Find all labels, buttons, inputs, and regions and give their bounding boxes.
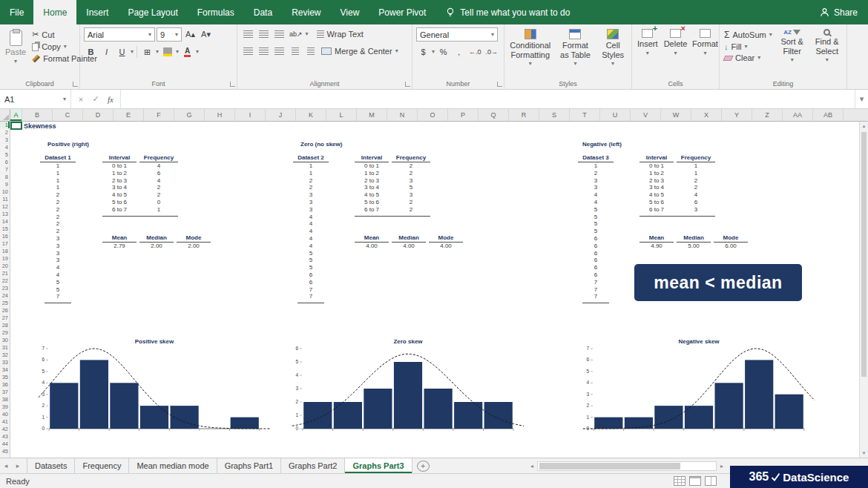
row-header-15[interactable]: 15 <box>0 225 10 233</box>
row-header-5[interactable]: 5 <box>0 151 10 159</box>
sheet-nav-left-button[interactable]: ◂ <box>0 458 12 473</box>
sheet-tab-graphs-part3[interactable]: Graphs Part3 <box>345 458 412 473</box>
select-all-button[interactable] <box>0 109 10 121</box>
italic-button[interactable]: I <box>99 45 114 59</box>
column-header-e[interactable]: E <box>114 109 144 121</box>
row-header-6[interactable]: 6 <box>0 159 10 166</box>
formula-input[interactable] <box>121 90 855 108</box>
bold-button[interactable]: B <box>84 45 98 59</box>
row-header-1[interactable]: 1 <box>0 122 10 129</box>
borders-button[interactable]: ⊞ <box>140 45 154 59</box>
share-button[interactable]: Share <box>809 0 868 24</box>
fill-color-button[interactable] <box>160 45 174 59</box>
grid-canvas[interactable]: SkewnessPositive (right)Dataset 11111222… <box>10 122 859 458</box>
row-header-29[interactable]: 29 <box>0 329 10 337</box>
row-header-14[interactable]: 14 <box>0 218 10 225</box>
delete-cells-button[interactable]: × Delete ▾ <box>663 27 688 77</box>
row-header-19[interactable]: 19 <box>0 255 10 263</box>
fill-button[interactable]: ↓Fill▾ <box>723 42 773 51</box>
align-middle-button[interactable] <box>257 27 271 41</box>
increase-font-size-button[interactable]: A▴ <box>183 28 197 42</box>
insert-function-button[interactable]: fx <box>104 95 117 104</box>
scroll-down-button[interactable]: ▾ <box>860 449 868 458</box>
row-header-34[interactable]: 34 <box>0 366 10 374</box>
hscroll-left-button[interactable]: ◂ <box>527 463 537 469</box>
row-header-38[interactable]: 38 <box>0 396 10 403</box>
row-header-26[interactable]: 26 <box>0 307 10 314</box>
insert-cells-button[interactable]: + Insert ▾ <box>636 27 660 77</box>
row-header-13[interactable]: 13 <box>0 211 10 218</box>
align-top-button[interactable] <box>241 27 255 41</box>
sort-filter-button[interactable]: AZ Sort & Filter ▾ <box>777 27 808 77</box>
cell-styles-button[interactable]: Cell Styles ▾ <box>598 27 628 77</box>
ribbon-tab-power-pivot[interactable]: Power Pivot <box>369 0 435 24</box>
decrease-decimal-button[interactable]: .0→ <box>484 45 500 59</box>
row-header-41[interactable]: 41 <box>0 418 10 426</box>
row-header-35[interactable]: 35 <box>0 374 10 381</box>
font-size-select[interactable]: 9▾ <box>157 27 182 42</box>
row-header-40[interactable]: 40 <box>0 411 10 418</box>
merge-center-button[interactable]: Merge & Center▾ <box>320 47 399 56</box>
comma-style-button[interactable]: , <box>452 45 466 59</box>
column-header-s[interactable]: S <box>539 109 570 121</box>
column-header-c[interactable]: C <box>53 109 83 121</box>
column-header-z[interactable]: Z <box>752 109 783 121</box>
cancel-button[interactable]: × <box>74 95 88 104</box>
format-cells-button[interactable]: Format ▾ <box>692 27 719 77</box>
row-header-3[interactable]: 3 <box>0 136 10 144</box>
column-header-x[interactable]: X <box>691 109 722 121</box>
decrease-indent-button[interactable] <box>288 44 302 58</box>
enter-button[interactable]: ✓ <box>89 94 102 104</box>
ribbon-tab-data[interactable]: Data <box>244 0 282 24</box>
column-header-q[interactable]: Q <box>479 109 509 121</box>
ribbon-tab-home[interactable]: Home <box>33 0 76 24</box>
row-header-23[interactable]: 23 <box>0 285 10 292</box>
sheet-tab-graphs-part1[interactable]: Graphs Part1 <box>217 458 281 473</box>
sheet-tab-frequency[interactable]: Frequency <box>75 458 129 473</box>
row-header-9[interactable]: 9 <box>0 181 10 188</box>
sheet-tab-mean-median-mode[interactable]: Mean median mode <box>129 458 217 473</box>
ribbon-tab-file[interactable]: File <box>0 0 33 24</box>
row-header-42[interactable]: 42 <box>0 426 10 433</box>
ribbon-tab-formulas[interactable]: Formulas <box>188 0 244 24</box>
hscroll-track[interactable] <box>537 461 717 471</box>
format-as-table-button[interactable]: Format as Table ▾ <box>556 27 595 77</box>
row-header-24[interactable]: 24 <box>0 292 10 300</box>
row-header-8[interactable]: 8 <box>0 174 10 181</box>
paste-button[interactable]: Paste ▾ <box>4 27 27 77</box>
font-color-button[interactable]: A <box>180 45 194 59</box>
row-header-30[interactable]: 30 <box>0 337 10 344</box>
row-header-4[interactable]: 4 <box>0 144 10 151</box>
column-header-h[interactable]: H <box>205 109 235 121</box>
formula-bar-expand-button[interactable]: ▾ <box>855 90 868 108</box>
tell-me-search[interactable]: Tell me what you want to do <box>446 0 570 24</box>
row-header-22[interactable]: 22 <box>0 277 10 285</box>
row-header-43[interactable]: 43 <box>0 433 10 441</box>
sheet-nav-right-button[interactable]: ▸ <box>12 458 24 473</box>
row-header-33[interactable]: 33 <box>0 359 10 366</box>
ribbon-tab-review[interactable]: Review <box>282 0 330 24</box>
row-header-31[interactable]: 31 <box>0 344 10 352</box>
column-header-i[interactable]: I <box>235 109 266 121</box>
row-header-17[interactable]: 17 <box>0 240 10 248</box>
row-header-11[interactable]: 11 <box>0 196 10 203</box>
underline-button[interactable]: U <box>115 45 129 59</box>
column-header-t[interactable]: T <box>570 109 600 121</box>
column-header-w[interactable]: W <box>661 109 691 121</box>
hscroll-right-button[interactable]: ▸ <box>717 463 727 469</box>
clear-button[interactable]: Clear▾ <box>723 53 773 62</box>
column-header-ab[interactable]: AB <box>813 109 844 121</box>
ribbon-tab-insert[interactable]: Insert <box>76 0 118 24</box>
column-header-k[interactable]: K <box>296 109 326 121</box>
column-header-aa[interactable]: AA <box>783 109 813 121</box>
orientation-button[interactable]: ab↗ <box>288 27 304 41</box>
align-left-button[interactable] <box>241 44 255 58</box>
row-header-20[interactable]: 20 <box>0 263 10 270</box>
row-header-18[interactable]: 18 <box>0 248 10 255</box>
column-header-a[interactable]: A <box>10 109 22 121</box>
column-header-m[interactable]: M <box>357 109 387 121</box>
row-header-44[interactable]: 44 <box>0 441 10 448</box>
page-layout-view-button[interactable] <box>689 476 701 486</box>
ribbon-tab-view[interactable]: View <box>331 0 369 24</box>
row-header-37[interactable]: 37 <box>0 389 10 396</box>
